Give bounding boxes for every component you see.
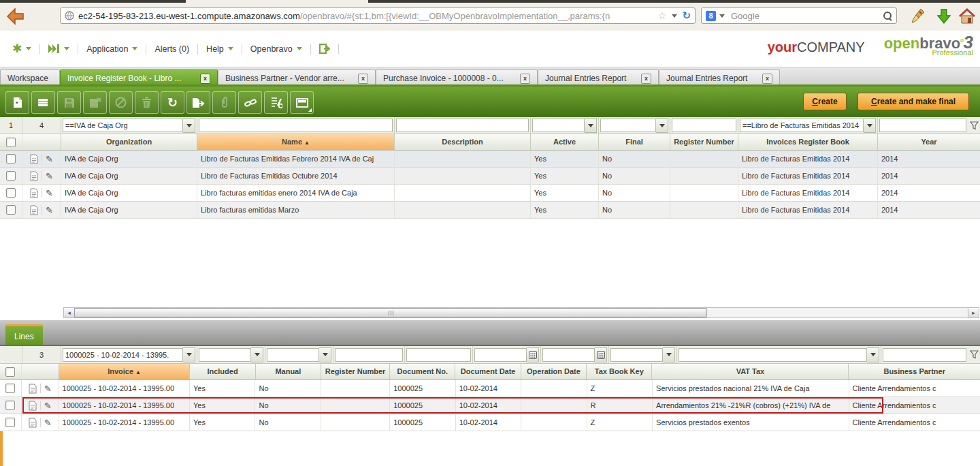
table-row[interactable]: ✎ 1000025 - 10-02-2014 - 13995.00 Yes No… <box>0 414 980 431</box>
cell-document-no[interactable]: 1000025 <box>390 380 455 397</box>
grid2-filter-manual[interactable] <box>265 346 333 363</box>
table-row[interactable]: ✎ IVA de Caja Org Libro de Facturas Emit… <box>0 168 980 185</box>
close-icon[interactable]: x <box>200 74 210 84</box>
checkbox[interactable] <box>6 171 16 181</box>
search-input[interactable]: Google <box>731 11 883 21</box>
cell-description[interactable] <box>395 168 531 184</box>
cell-name[interactable]: Libro de Facturas Emitidas Febrero 2014 … <box>197 151 395 167</box>
grid1-col-organization[interactable]: Organization <box>61 134 197 150</box>
scrollbar-thumb[interactable] <box>74 308 707 317</box>
favorites-menu[interactable]: ✱ <box>8 42 35 56</box>
checkbox[interactable] <box>6 154 16 164</box>
cell-document-date[interactable]: 10-02-2014 <box>456 414 521 431</box>
cell-document-no[interactable]: 1000025 <box>390 414 455 431</box>
grid2-filter-document-no[interactable] <box>405 346 473 363</box>
cell-year[interactable]: 2014 <box>878 151 980 167</box>
filter-input[interactable] <box>610 348 663 362</box>
edit-pencil-icon[interactable]: ✎ <box>46 171 53 181</box>
grid2-col-tax-book-key[interactable]: Tax Book Key <box>587 364 652 379</box>
grid2-col-business-partner[interactable]: Business Partner <box>849 364 980 379</box>
cell-included[interactable]: Yes <box>190 397 255 414</box>
grid2-col-document-no[interactable]: Document No. <box>390 364 455 379</box>
cell-final[interactable]: No <box>599 202 670 218</box>
export-button[interactable] <box>186 91 210 114</box>
scroll-right-button[interactable]: ▸ <box>968 308 979 317</box>
checkbox[interactable] <box>6 138 16 147</box>
cell-register-number[interactable] <box>321 397 390 414</box>
cell-document-no[interactable]: 1000025 <box>390 397 455 414</box>
cell-final[interactable]: No <box>599 185 670 201</box>
filter-input[interactable] <box>600 119 656 132</box>
dropdown-button[interactable] <box>183 118 195 133</box>
cell-included[interactable]: Yes <box>190 414 255 431</box>
edit-pencil-icon[interactable]: ✎ <box>44 401 52 411</box>
grid2-filter-funnel-button[interactable] <box>968 346 980 363</box>
grid2-col-register-number[interactable]: Register Number <box>321 364 390 379</box>
grid2-filter-included[interactable] <box>197 346 265 363</box>
cell-description[interactable] <box>395 185 531 201</box>
filter-input[interactable] <box>679 348 867 362</box>
bookmark-star-icon[interactable]: ☆ <box>658 10 667 21</box>
grid1-filter-invoices-register-book[interactable]: ==Libro de Facturas Emitidas 2014 <box>738 117 878 134</box>
cell-active[interactable]: Yes <box>531 202 599 218</box>
process-button[interactable] <box>264 91 288 114</box>
create-button[interactable]: Create <box>803 93 847 110</box>
grid1-col-invoices-register-book[interactable]: Invoices Register Book <box>738 134 878 150</box>
cell-tax-book-key[interactable]: R <box>587 397 653 414</box>
filter-input[interactable] <box>879 119 966 132</box>
toggle-view-button[interactable] <box>290 91 314 114</box>
cell-name[interactable]: Libro facturas emitidas enero 2014 IVA d… <box>197 185 395 201</box>
alerts-menu[interactable]: Alerts (0) <box>150 44 193 54</box>
cell-included[interactable]: Yes <box>190 380 255 397</box>
table-row[interactable]: ✎ 1000025 - 10-02-2014 - 13995.00 Yes No… <box>0 380 980 397</box>
cell-tax-book-key[interactable]: Z <box>587 414 653 431</box>
checkbox[interactable] <box>6 188 16 198</box>
cell-operation-date[interactable] <box>521 397 587 414</box>
dropdown-button[interactable] <box>656 118 668 133</box>
edit-pencil-icon[interactable]: ✎ <box>44 418 52 428</box>
dropdown-button[interactable] <box>251 347 263 362</box>
application-menu[interactable]: Application <box>82 44 142 54</box>
grid2-col-operation-date[interactable]: Operation Date <box>521 364 587 379</box>
checkbox[interactable] <box>5 418 15 427</box>
grid2-col-included[interactable]: Included <box>190 364 255 379</box>
cell-final[interactable]: No <box>599 151 670 167</box>
dropdown-button[interactable] <box>663 347 675 362</box>
cell-register-number[interactable] <box>670 168 738 184</box>
cell-vat-tax[interactable]: Servicios prestados nacional 21% IVA de … <box>653 380 849 397</box>
dropdown-button[interactable] <box>319 347 331 362</box>
filter-input[interactable] <box>199 119 393 132</box>
cell-active[interactable]: Yes <box>531 151 599 167</box>
close-icon[interactable]: x <box>641 74 651 84</box>
grid1-select-all[interactable] <box>0 134 22 150</box>
grid2-col-invoice[interactable]: Invoice▲ <box>59 364 191 379</box>
table-row[interactable]: ✎ IVA de Caja Org Libro facturas emitida… <box>0 202 980 219</box>
filter-input[interactable]: ==Libro de Facturas Emitidas 2014 <box>740 119 864 132</box>
cell-year[interactable]: 2014 <box>878 185 980 201</box>
grid1-col-year[interactable]: Year <box>878 134 980 150</box>
cell-invoice[interactable]: 1000025 - 10-02-2014 - 13995.00 <box>59 380 190 397</box>
cell-final[interactable]: No <box>599 168 670 184</box>
cell-tax-book-key[interactable]: Z <box>587 380 653 397</box>
close-icon[interactable]: x <box>762 74 772 84</box>
grid2-col-manual[interactable]: Manual <box>256 364 321 379</box>
cell-invoice[interactable]: 1000025 - 10-02-2014 - 13995.00 <box>59 397 190 414</box>
search-engine-icon[interactable]: 8 <box>706 11 716 21</box>
cell-register-number[interactable] <box>321 380 390 397</box>
grid1-filter-year[interactable] <box>878 117 968 134</box>
grid1-col-name[interactable]: Name▲ <box>197 134 395 150</box>
cell-description[interactable] <box>395 151 531 167</box>
search-icon[interactable] <box>883 11 892 20</box>
filter-input[interactable] <box>672 119 736 132</box>
dropdown-button[interactable] <box>867 347 879 362</box>
cell-invoices-register-book[interactable]: Libro de Facturas Emitidas 2014 <box>738 168 878 184</box>
home-icon[interactable] <box>958 7 976 25</box>
cell-register-number[interactable] <box>321 414 390 431</box>
checkbox[interactable] <box>5 384 15 393</box>
cell-operation-date[interactable] <box>521 380 587 397</box>
table-row[interactable]: ✎ IVA de Caja Org Libro de Facturas Emit… <box>0 151 980 168</box>
recent-views-menu[interactable] <box>44 44 74 53</box>
close-icon[interactable]: x <box>358 74 368 84</box>
table-row[interactable]: ✎ IVA de Caja Org Libro facturas emitida… <box>0 185 980 202</box>
cell-year[interactable]: 2014 <box>878 168 980 184</box>
